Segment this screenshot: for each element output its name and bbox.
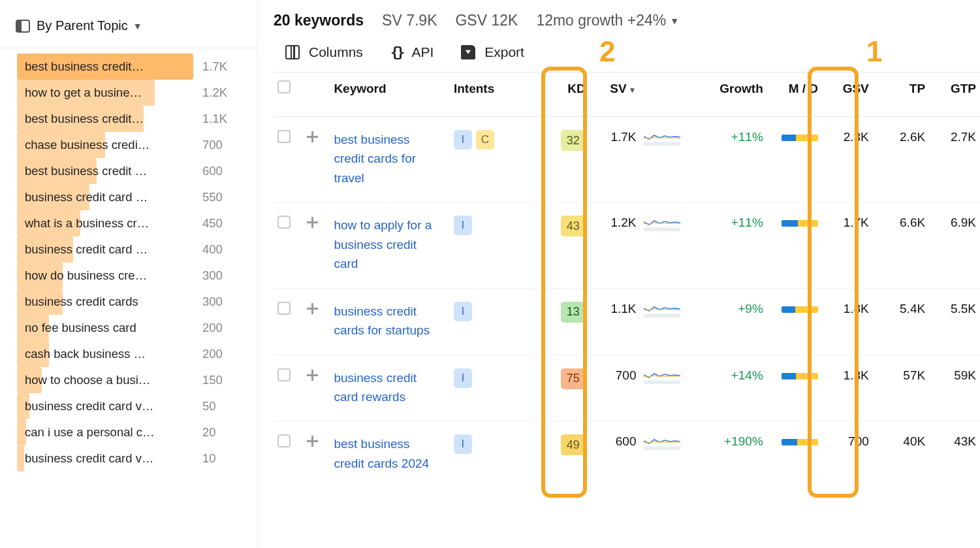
col-intents[interactable]: Intents [450, 73, 535, 117]
tp-value: 2.6K [900, 130, 925, 144]
sidebar-topic[interactable]: cash back business …200 [17, 341, 245, 367]
topic-label: business credit cards [25, 295, 202, 309]
sidebar-topic[interactable]: business credit card …400 [17, 236, 245, 263]
sidebar-topic[interactable]: business credit card v…10 [17, 445, 245, 472]
topic-label: best business credit… [25, 112, 202, 126]
sidebar-topic[interactable]: what is a business cr…450 [17, 210, 245, 236]
topic-label: how do business cre… [25, 268, 202, 283]
sidebar-topic[interactable]: chase business credi…700 [17, 132, 245, 158]
md-bar [782, 306, 818, 313]
stat-growth-label: 12mo growth +24% [536, 12, 666, 29]
growth-value: +190% [724, 434, 763, 448]
topic-label: cash back business … [25, 347, 202, 361]
keywords-table: Keyword Intents KD SV▼ Growth M / D GSV … [274, 72, 980, 487]
keyword-link[interactable]: best business credit cards for travel [334, 130, 432, 187]
growth-value: +11% [731, 216, 763, 229]
intent-badges: I [454, 302, 531, 321]
row-checkbox[interactable] [277, 368, 291, 381]
sidebar-topic[interactable]: how to choose a busi…150 [17, 367, 245, 393]
col-gsv[interactable]: GSV [822, 73, 873, 117]
col-gtp[interactable]: GTP [929, 73, 980, 117]
md-bar [782, 135, 818, 141]
sidebar-topic[interactable]: can i use a personal c…20 [17, 419, 245, 445]
topic-label: how to choose a busi… [25, 373, 202, 387]
topic-label: can i use a personal c… [25, 425, 202, 440]
kd-badge: 75 [561, 368, 586, 389]
row-checkbox[interactable] [277, 302, 291, 315]
gtp-value: 2.7K [951, 130, 976, 144]
gsv-value: 1.7K [844, 216, 869, 229]
sidebar-topic[interactable]: how to get a busine…1.2K [17, 80, 245, 106]
intent-badge-i: I [454, 302, 472, 321]
sidebar-topic[interactable]: business credit cards300 [17, 289, 245, 315]
sparkline-icon [644, 434, 680, 450]
kd-badge: 32 [561, 130, 586, 151]
col-tp[interactable]: TP [873, 73, 929, 117]
export-button[interactable]: Export [461, 44, 524, 60]
sidebar: By Parent Topic ▼ best business credit…1… [0, 0, 258, 548]
chevron-down-icon: ▼ [670, 16, 679, 26]
sv-value: 1.1K [610, 302, 636, 315]
keyword-link[interactable]: business credit cards for startups [334, 302, 432, 340]
columns-button[interactable]: Columns [285, 44, 363, 60]
table-row: how to apply for a business credit cardI… [274, 202, 980, 288]
keyword-link[interactable]: how to apply for a business credit card [334, 216, 432, 273]
topic-count: 1.2K [202, 86, 240, 100]
expand-row-icon[interactable] [306, 130, 320, 144]
intent-badge-i: I [454, 368, 472, 388]
col-growth[interactable]: Growth [691, 73, 767, 117]
expand-row-icon[interactable] [306, 368, 320, 383]
topic-label: no fee business card [25, 321, 202, 335]
intent-badge-i: I [454, 216, 472, 235]
sidebar-topic[interactable]: best business credit…1.7K [17, 54, 245, 80]
topic-label: chase business credi… [25, 138, 202, 152]
intent-badge-i: I [454, 130, 472, 150]
columns-label: Columns [309, 44, 363, 60]
topic-count: 600 [202, 164, 240, 178]
sidebar-topic[interactable]: business credit card v…50 [17, 393, 245, 419]
api-label: API [411, 44, 434, 60]
kd-badge: 43 [561, 216, 586, 236]
topic-label: what is a business cr… [25, 216, 202, 231]
row-checkbox[interactable] [277, 434, 291, 447]
col-kd[interactable]: KD [535, 73, 590, 117]
expand-row-icon[interactable] [306, 434, 320, 449]
topic-count: 1.1K [202, 112, 240, 126]
topic-count: 20 [202, 425, 240, 440]
topic-bar [17, 445, 24, 472]
topic-label: business credit card v… [25, 399, 202, 413]
topic-label: best business credit … [25, 164, 202, 178]
tp-value: 40K [903, 434, 925, 448]
topic-list: best business credit…1.7Khow to get a bu… [0, 48, 257, 472]
row-checkbox[interactable] [277, 216, 291, 229]
expand-row-icon[interactable] [306, 302, 320, 316]
group-by-parent-topic[interactable]: By Parent Topic ▼ [0, 13, 257, 48]
md-bar [782, 373, 818, 379]
sidebar-topic[interactable]: business credit card …550 [17, 184, 245, 210]
col-keyword[interactable]: Keyword [330, 73, 450, 117]
sparkline-icon [644, 302, 680, 317]
row-checkbox[interactable] [277, 130, 291, 143]
sparkline-icon [644, 130, 680, 146]
topic-count: 150 [202, 373, 240, 387]
intent-badge-i: I [454, 434, 472, 454]
gsv-value: 1.3K [844, 368, 869, 382]
table-row: best business credit cards for travelIC3… [274, 117, 980, 202]
expand-row-icon[interactable] [306, 216, 320, 230]
keyword-link[interactable]: business credit card rewards [334, 368, 432, 407]
growth-value: +14% [731, 368, 763, 382]
sidebar-topic[interactable]: best business credit…1.1K [17, 106, 245, 132]
kd-badge: 13 [561, 302, 586, 323]
sidebar-topic[interactable]: best business credit …600 [17, 158, 245, 184]
select-all-checkbox[interactable] [277, 80, 291, 93]
api-button[interactable]: {} API [390, 44, 434, 60]
sidebar-topic[interactable]: how do business cre…300 [17, 263, 245, 289]
stat-growth-dropdown[interactable]: 12mo growth +24% ▼ [536, 12, 679, 29]
col-md[interactable]: M / D [767, 73, 822, 117]
col-sv[interactable]: SV▼ [590, 73, 640, 117]
stat-keywords: 20 keywords [274, 12, 364, 29]
keyword-link[interactable]: best business credit cards 2024 [334, 434, 432, 473]
intent-badges: I [454, 368, 531, 388]
sidebar-topic[interactable]: no fee business card200 [17, 315, 245, 341]
topic-count: 450 [202, 216, 240, 231]
